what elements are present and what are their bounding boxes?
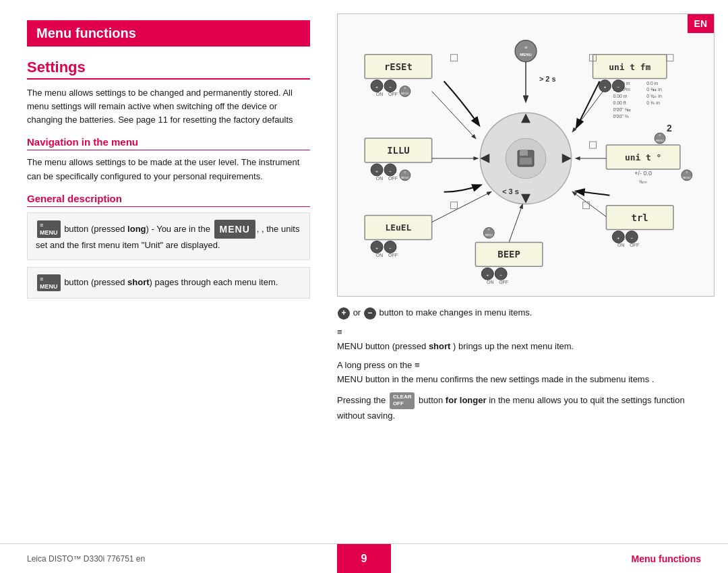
nav-body: The menu allows settings to be made at t… xyxy=(27,156,310,183)
right-line2: ≡MENU button (pressed short ) brings up … xyxy=(337,326,715,354)
en-badge: EN xyxy=(688,14,714,33)
svg-text:+/- 0.0: +/- 0.0 xyxy=(634,170,652,177)
svg-text:≡: ≡ xyxy=(404,171,406,174)
svg-text:OFF: OFF xyxy=(388,253,398,258)
svg-text:OFF: OFF xyxy=(388,92,398,96)
menu-icon-2: ≡MENU xyxy=(37,274,61,292)
svg-text:BEEP: BEEP xyxy=(497,249,520,260)
svg-text:0.0 in: 0.0 in xyxy=(646,81,658,86)
svg-text:ON: ON xyxy=(376,253,383,258)
general-desc1-bold: long xyxy=(127,223,146,233)
svg-text:MENU: MENU xyxy=(520,53,532,57)
right-line3-pre: A long press on the xyxy=(337,360,412,370)
svg-text:+: + xyxy=(375,85,378,89)
right-text-section: + or − button to make changes in menu it… xyxy=(337,306,715,429)
diagram-svg: ≡ MENU > 2 s rESEt + − ON OFF xyxy=(338,14,714,296)
svg-text:0 ¹⁄₈ in: 0 ¹⁄₈ in xyxy=(646,100,660,105)
svg-text:MENU: MENU xyxy=(656,139,664,142)
svg-text:uni t  fm: uni t fm xyxy=(609,62,650,72)
svg-text:LEuEL: LEuEL xyxy=(385,222,411,233)
general-desc1-pre: button (pressed xyxy=(64,223,127,233)
right-line1-text: button to make changes in menu items. xyxy=(379,307,532,318)
svg-text:ON: ON xyxy=(376,92,383,96)
svg-text:uni t °: uni t ° xyxy=(625,152,661,162)
svg-text:< 3 s: < 3 s xyxy=(502,187,519,195)
svg-text:−: − xyxy=(630,236,633,240)
minus-btn-icon: − xyxy=(364,307,376,320)
plus-btn-icon: + xyxy=(338,307,350,320)
svg-text:MENU: MENU xyxy=(485,233,493,237)
svg-rect-102 xyxy=(590,142,597,148)
footer-right: Menu functions xyxy=(391,544,728,573)
svg-text:MENU: MENU xyxy=(401,92,409,95)
svg-text:−: − xyxy=(617,85,620,89)
svg-text:OFF: OFF xyxy=(499,280,508,284)
svg-text:0'00" ¹⁄₈: 0'00" ¹⁄₈ xyxy=(613,114,629,119)
menu-icon-1: ≡MENU xyxy=(37,220,61,238)
footer-left: Leica DISTO™ D330i 776751 en xyxy=(0,544,337,573)
svg-text:+: + xyxy=(487,273,489,277)
svg-text:+: + xyxy=(617,236,620,240)
right-line4-pre2: button xyxy=(419,395,443,405)
right-line2-bold: short xyxy=(429,341,451,351)
menu-big-label: MENU xyxy=(214,220,255,239)
general-desc2-bold: short xyxy=(127,277,150,287)
svg-text:≡: ≡ xyxy=(524,45,527,50)
page-container: Menu functions Settings The menu allows … xyxy=(0,0,728,573)
svg-text:0.00 m: 0.00 m xyxy=(613,94,627,98)
svg-text:+: + xyxy=(375,246,378,250)
svg-text:−: − xyxy=(389,169,392,173)
menu-icon-r2: ≡MENU xyxy=(337,327,363,351)
right-line2-pre: button (pressed xyxy=(365,341,426,351)
svg-text:ON: ON xyxy=(617,243,624,247)
general-title: General description xyxy=(27,193,310,207)
svg-rect-98 xyxy=(451,55,458,61)
right-line3-post: button in the menu confirms the new sett… xyxy=(365,374,655,384)
svg-text:0.00 ft: 0.00 ft xyxy=(613,100,626,105)
general-desc2-pre: button (pressed xyxy=(64,277,127,287)
general-desc-block-1: ≡MENU button (pressed long) - You are in… xyxy=(27,212,310,260)
right-line1: + or − button to make changes in menu it… xyxy=(337,306,715,320)
svg-text:≡: ≡ xyxy=(404,86,406,90)
svg-line-59 xyxy=(509,205,522,243)
right-line4: Pressing the CLEAROFF button for longer … xyxy=(337,392,715,423)
svg-text:ON: ON xyxy=(487,280,493,284)
right-line2-post: ) brings up the next menu item. xyxy=(453,341,574,351)
svg-text:≡: ≡ xyxy=(659,133,661,137)
general-desc2-post: ) pages through each menu item. xyxy=(150,277,278,287)
page-number: 9 xyxy=(361,553,367,565)
svg-text:≡: ≡ xyxy=(686,171,688,174)
svg-text:−: − xyxy=(499,273,502,277)
svg-text:ILLU: ILLU xyxy=(387,145,410,156)
svg-text:+: + xyxy=(604,85,607,89)
footer: Leica DISTO™ D330i 776751 en 9 Menu func… xyxy=(0,543,728,573)
svg-line-25 xyxy=(432,91,476,138)
nav-title: Navigation in the menu xyxy=(27,136,310,150)
svg-point-9 xyxy=(515,40,537,62)
svg-text:0 ¹⁄₃₂ in: 0 ¹⁄₃₂ in xyxy=(646,87,662,92)
svg-text:MENU: MENU xyxy=(683,176,691,179)
svg-text:−: − xyxy=(389,85,392,89)
svg-text:2: 2 xyxy=(667,123,672,133)
right-column: EN xyxy=(330,0,728,543)
main-content: Menu functions Settings The menu allows … xyxy=(0,0,728,543)
right-line4-pre: Pressing the xyxy=(337,395,386,405)
footer-center: 9 xyxy=(337,544,391,573)
footer-left-text: Leica DISTO™ D330i 776751 en xyxy=(27,554,145,564)
svg-text:OFF: OFF xyxy=(630,243,639,247)
svg-text:0'00" ¹⁄₃₂: 0'00" ¹⁄₃₂ xyxy=(613,107,631,112)
settings-title: Settings xyxy=(27,59,310,80)
clear-btn-icon: CLEAROFF xyxy=(390,392,415,409)
general-desc1-mid: ) - You are in the xyxy=(146,223,210,233)
right-line4-bold: for longer xyxy=(446,395,487,405)
svg-rect-3 xyxy=(520,150,528,156)
svg-text:ON: ON xyxy=(376,176,383,181)
svg-text:≡: ≡ xyxy=(488,228,490,231)
svg-line-47 xyxy=(432,192,491,222)
settings-body: The menu allows settings to be changed a… xyxy=(27,86,310,127)
svg-text:−: − xyxy=(389,246,392,250)
left-column: Menu functions Settings The menu allows … xyxy=(0,0,330,543)
svg-text:0 ¹⁄₁₆ in: 0 ¹⁄₁₆ in xyxy=(646,94,662,98)
svg-text:> 2 s: > 2 s xyxy=(539,75,556,83)
right-line3: A long press on the ≡MENU button in the … xyxy=(337,359,715,387)
